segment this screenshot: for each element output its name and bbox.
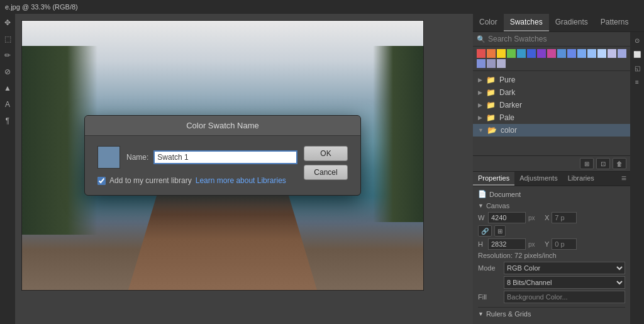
swatch-group-pure[interactable]: ▶ 📁 Pure: [473, 74, 630, 86]
tab-libraries[interactable]: Libraries: [563, 172, 599, 186]
dialog-name-row: Name:: [97, 146, 297, 169]
library-checkbox-row: Add to my current library Learn more abo…: [97, 176, 297, 185]
group-label-dark: Dark: [499, 88, 625, 97]
folder-pure-icon: 📁: [486, 75, 496, 84]
canvas-section: ▼ Canvas W px X 🔗: [478, 202, 625, 303]
color-preview-swatch: [97, 146, 120, 169]
delete-swatch-button[interactable]: 🗑: [613, 158, 626, 169]
swatch-sky[interactable]: [587, 49, 596, 58]
tool-eraser[interactable]: ⊘: [1, 65, 14, 78]
tool-shape[interactable]: ▲: [1, 82, 14, 94]
link-dimensions-button[interactable]: 🔗: [478, 225, 492, 237]
swatches-color-row: [473, 47, 630, 71]
group-label-pale: Pale: [499, 113, 625, 122]
fill-input[interactable]: [504, 291, 625, 303]
dialog-left: Name: Add to my current library Learn mo…: [97, 146, 297, 185]
tool-select[interactable]: ⬚: [1, 33, 14, 45]
swatch-group-darker[interactable]: ▶ 📁 Darker: [473, 99, 630, 111]
dialog-title: Color Swatch Name: [186, 121, 259, 130]
fill-label: Fill: [478, 293, 500, 301]
resize-canvas-button[interactable]: ⊞: [494, 225, 506, 237]
y-input[interactable]: [552, 238, 577, 250]
rulers-chevron-icon: ▼: [478, 311, 484, 317]
learn-more-link[interactable]: Learn more about Libraries: [196, 176, 286, 185]
cancel-button[interactable]: Cancel: [304, 165, 348, 180]
new-folder-button[interactable]: ⊞: [580, 158, 594, 169]
bit-depth-select[interactable]: 8 Bits/Channel: [504, 276, 625, 289]
swatch-slate[interactable]: [477, 59, 486, 68]
name-input-row: Name:: [126, 150, 297, 164]
tool-adjust[interactable]: ¶: [1, 115, 14, 127]
new-swatch-button[interactable]: ⊡: [596, 158, 610, 169]
folder-dark-icon: 📁: [486, 88, 496, 97]
swatch-name-input[interactable]: [153, 150, 297, 164]
search-input[interactable]: [488, 35, 626, 43]
x-label: X: [545, 214, 549, 221]
dialog-main-row: Name: Add to my current library Learn mo…: [97, 146, 348, 185]
mode-label: Mode: [478, 264, 500, 272]
swatch-cornflower[interactable]: [557, 49, 566, 58]
swatch-lavender[interactable]: [608, 49, 616, 58]
group-label-color: color: [501, 126, 625, 135]
panel-icon-3[interactable]: ◱: [631, 62, 643, 74]
tool-brush[interactable]: ✏: [1, 49, 14, 62]
title-bar-text: e.jpg @ 33.3% (RGB/8): [5, 3, 78, 11]
rulers-label: Rulers & Grids: [486, 310, 531, 318]
resolution-text: Resolution: 72 pixels/inch: [478, 252, 557, 259]
search-bar: 🔍: [473, 32, 630, 47]
add-to-library-checkbox[interactable]: [97, 177, 106, 185]
x-input[interactable]: [552, 212, 577, 223]
swatch-group-dark[interactable]: ▶ 📁 Dark: [473, 86, 630, 99]
canvas-image: Color Swatch Name Name:: [21, 20, 424, 291]
title-bar: e.jpg @ 33.3% (RGB/8): [0, 0, 644, 14]
chevron-pale-icon: ▶: [478, 115, 482, 121]
swatch-medium-lavender[interactable]: [618, 49, 626, 58]
tool-text[interactable]: A: [1, 98, 14, 111]
panel-icon-2[interactable]: ⬜: [631, 48, 643, 60]
swatches-action-row: ⊞ ⊡ 🗑: [473, 155, 630, 171]
tab-adjustments[interactable]: Adjustments: [514, 172, 563, 186]
folder-pale-icon: 📁: [486, 113, 496, 122]
swatch-orange[interactable]: [487, 49, 496, 58]
bottom-panel: Properties Adjustments Libraries ≡ 📄 Doc…: [473, 171, 630, 324]
properties-content: 📄 Document ▼ Canvas W px: [473, 186, 630, 324]
height-input[interactable]: [488, 238, 526, 250]
panel-icon-4[interactable]: ≡: [631, 76, 643, 87]
properties-options-icon[interactable]: ≡: [618, 172, 630, 186]
tool-move[interactable]: ✥: [1, 16, 14, 29]
tab-swatches[interactable]: Swatches: [504, 14, 549, 31]
mode-select[interactable]: RGB Color: [504, 262, 625, 274]
swatch-group-pale[interactable]: ▶ 📁 Pale: [473, 111, 630, 124]
width-input[interactable]: [488, 212, 526, 223]
tab-properties[interactable]: Properties: [473, 172, 514, 186]
tab-patterns[interactable]: Patterns: [594, 14, 635, 31]
panel-icon-1[interactable]: ⊙: [631, 35, 643, 46]
canvas-content: Color Swatch Name Name:: [15, 14, 473, 324]
main-area: ✥ ⬚ ✏ ⊘ ▲ A ¶ Color Swatch Name: [0, 14, 644, 324]
chevron-darker-icon: ▶: [478, 102, 482, 108]
swatch-groups: ▶ 📁 Pure ▶ 📁 Dark ▶ 📁 Darker: [473, 71, 630, 155]
swatch-yellow[interactable]: [497, 49, 506, 58]
swatch-pink[interactable]: [547, 49, 556, 58]
panel-tabs: Color Swatches Gradients Patterns: [473, 14, 644, 32]
swatch-blue[interactable]: [517, 49, 526, 58]
swatch-muted-purple[interactable]: [487, 59, 496, 68]
swatch-indigo[interactable]: [527, 49, 536, 58]
dialog-right: OK Cancel: [304, 146, 348, 180]
tab-gradients[interactable]: Gradients: [549, 14, 594, 31]
swatch-group-color[interactable]: ▼ 📂 color: [473, 124, 630, 137]
swatch-pale-slate[interactable]: [497, 59, 506, 68]
dialog-content: Name: Add to my current library Learn mo…: [85, 136, 360, 195]
folder-darker-icon: 📁: [486, 101, 496, 109]
right-icon-bar: ⊙ ⬜ ◱ ≡: [630, 32, 644, 324]
swatch-periwinkle[interactable]: [567, 49, 576, 58]
swatch-red[interactable]: [477, 49, 486, 58]
swatch-green[interactable]: [507, 49, 516, 58]
tab-color[interactable]: Color: [473, 14, 504, 31]
ok-button[interactable]: OK: [304, 146, 348, 161]
swatch-lightblue[interactable]: [577, 49, 586, 58]
swatch-violet[interactable]: [537, 49, 546, 58]
height-label: H: [478, 240, 486, 248]
chevron-pure-icon: ▶: [478, 77, 482, 83]
swatch-palblue[interactable]: [597, 49, 606, 58]
